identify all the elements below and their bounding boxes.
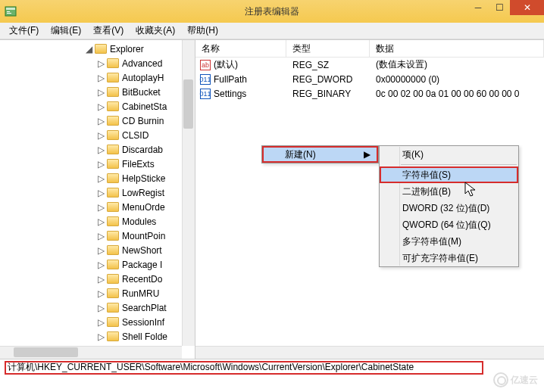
tree-item[interactable]: ▷CLSID	[0, 128, 195, 142]
folder-icon	[107, 245, 119, 255]
watermark-icon	[493, 372, 508, 387]
tree-item[interactable]: ▷AutoplayH	[0, 70, 195, 85]
menu-favorites[interactable]: 收藏夹(A)	[131, 23, 180, 39]
expand-icon[interactable]: ▷	[97, 303, 105, 312]
tree-vscroll-thumb[interactable]	[183, 79, 193, 129]
list-row[interactable]: 011SettingsREG_BINARY0c 00 02 00 0a 01 0…	[195, 86, 544, 101]
list-hscrollbar[interactable]	[195, 346, 544, 359]
ctx-dword-value[interactable]: DWORD (32 位)值(D)	[380, 200, 518, 216]
expand-icon[interactable]: ▷	[97, 188, 105, 197]
tree-item[interactable]: ▷HelpSticke	[0, 171, 195, 185]
folder-icon	[107, 73, 119, 82]
tree-item[interactable]: ▷FileExts	[0, 157, 195, 171]
ctx-string-value[interactable]: 字符串值(S)	[380, 166, 518, 183]
list-header: 名称 类型 数据	[195, 40, 544, 58]
window-title: 注册表编辑器	[245, 5, 299, 18]
expand-icon[interactable]: ▷	[97, 102, 105, 110]
submenu-arrow-icon: ▶	[364, 149, 370, 160]
list-row[interactable]: ab(默认)REG_SZ(数值未设置)	[195, 58, 544, 72]
folder-icon	[107, 317, 119, 327]
expand-icon[interactable]: ▷	[97, 174, 105, 182]
ctx-new-label: 新建(N)	[285, 148, 316, 161]
folder-icon	[107, 116, 119, 126]
tree-item[interactable]: ▷Advanced	[0, 56, 195, 70]
menu-help[interactable]: 帮助(H)	[183, 23, 223, 39]
tree-item[interactable]: ▷SearchPlat	[0, 300, 195, 315]
tree-item[interactable]: ▷LowRegist	[0, 185, 195, 200]
expand-icon[interactable]: ▷	[97, 318, 105, 326]
tree-item[interactable]: ▷Shell Folde	[0, 329, 195, 344]
ctx-binary-value[interactable]: 二进制值(B)	[380, 183, 518, 200]
ctx-qword-value[interactable]: QWORD (64 位)值(Q)	[380, 216, 518, 233]
col-data[interactable]: 数据	[370, 40, 544, 57]
ctx-multistring-value[interactable]: 多字符串值(M)	[380, 233, 518, 250]
folder-icon	[107, 216, 119, 226]
tree-item[interactable]: ▷CabinetSta	[0, 99, 195, 114]
expand-icon[interactable]: ▷	[97, 73, 105, 82]
folder-icon	[107, 101, 119, 111]
ctx-expandstring-value[interactable]: 可扩充字符串值(E)	[380, 250, 518, 266]
context-menu-primary: 新建(N) ▶	[261, 145, 379, 163]
tree-item[interactable]: ▷NewShort	[0, 243, 195, 257]
tree-hscroll-thumb[interactable]	[14, 347, 78, 357]
col-name[interactable]: 名称	[195, 40, 286, 57]
expand-icon[interactable]: ▷	[97, 145, 105, 154]
folder-icon	[107, 288, 119, 298]
expand-icon[interactable]: ▷	[97, 289, 105, 297]
ctx-separator	[401, 164, 517, 165]
expand-icon[interactable]: ▷	[97, 217, 105, 226]
folder-icon	[107, 188, 119, 198]
tree-item[interactable]: ▷RecentDo	[0, 272, 195, 286]
collapse-icon[interactable]: ◢	[85, 45, 93, 53]
tree-item[interactable]: ▷BitBucket	[0, 85, 195, 99]
menu-file[interactable]: 文件(F)	[5, 23, 43, 39]
expand-icon[interactable]: ▷	[97, 59, 105, 67]
expand-icon[interactable]: ▷	[97, 203, 105, 211]
menu-bar: 文件(F) 编辑(E) 查看(V) 收藏夹(A) 帮助(H)	[0, 23, 544, 39]
title-bar: 注册表编辑器 ─ ☐ ✕	[0, 0, 544, 23]
expand-icon[interactable]: ▷	[97, 260, 105, 269]
status-bar: 计算机\HKEY_CURRENT_USER\Software\Microsoft…	[0, 359, 544, 375]
tree-item[interactable]: ▷Package I	[0, 257, 195, 272]
reg-bin-icon: 011	[200, 89, 211, 99]
svg-rect-3	[7, 13, 11, 14]
maximize-button[interactable]: ☐	[489, 0, 510, 15]
folder-icon	[107, 303, 119, 313]
folder-icon	[107, 202, 119, 212]
expand-icon[interactable]: ▷	[97, 275, 105, 283]
tree-item-explorer[interactable]: ◢Explorer	[0, 42, 195, 56]
folder-icon	[107, 173, 119, 183]
menu-view[interactable]: 查看(V)	[89, 23, 128, 39]
folder-icon	[107, 145, 119, 154]
tree-item[interactable]: ▷Modules	[0, 214, 195, 229]
tree-item[interactable]: ▷MenuOrde	[0, 200, 195, 214]
folder-icon	[107, 58, 119, 68]
tree-item[interactable]: ▷MountPoin	[0, 229, 195, 243]
tree-item[interactable]: ▷CD Burnin	[0, 114, 195, 128]
tree-item[interactable]: ▷Discardab	[0, 142, 195, 157]
folder-icon	[107, 274, 119, 284]
close-button[interactable]: ✕	[510, 0, 544, 15]
tree-item[interactable]: ▷RunMRU	[0, 286, 195, 300]
svg-rect-1	[6, 8, 15, 10]
tree-item[interactable]: ▷SessionInf	[0, 315, 195, 329]
folder-icon	[107, 87, 119, 97]
expand-icon[interactable]: ▷	[97, 160, 105, 168]
menu-edit[interactable]: 编辑(E)	[46, 23, 86, 39]
list-row[interactable]: 011FullPathREG_DWORD0x00000000 (0)	[195, 72, 544, 86]
ctx-key[interactable]: 项(K)	[380, 146, 518, 163]
folder-icon	[95, 44, 107, 54]
expand-icon[interactable]: ▷	[97, 88, 105, 96]
folder-icon	[107, 231, 119, 241]
col-type[interactable]: 类型	[286, 40, 370, 57]
ctx-new[interactable]: 新建(N) ▶	[262, 146, 378, 163]
app-icon	[5, 5, 17, 17]
expand-icon[interactable]: ▷	[97, 246, 105, 254]
expand-icon[interactable]: ▷	[97, 332, 105, 341]
expand-icon[interactable]: ▷	[97, 117, 105, 125]
minimize-button[interactable]: ─	[467, 0, 489, 15]
expand-icon[interactable]: ▷	[97, 131, 105, 139]
reg-str-icon: ab	[200, 60, 211, 70]
expand-icon[interactable]: ▷	[97, 232, 105, 240]
folder-icon	[107, 130, 119, 140]
